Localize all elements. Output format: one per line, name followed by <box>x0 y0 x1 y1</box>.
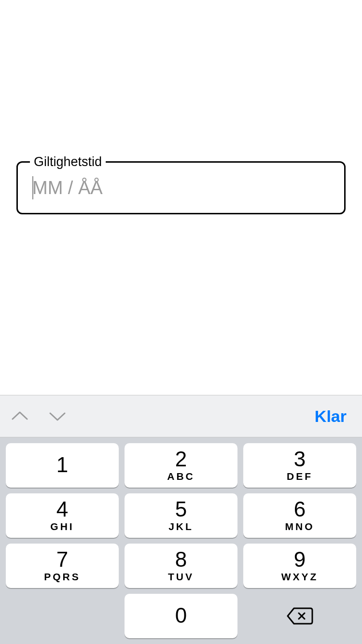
key-2[interactable]: 2 ABC <box>125 443 237 488</box>
done-button[interactable]: Klar <box>315 407 351 426</box>
expiry-input[interactable] <box>32 178 330 198</box>
key-3[interactable]: 3 DEF <box>243 443 356 488</box>
key-4[interactable]: 4 GHI <box>6 493 119 538</box>
key-5[interactable]: 5 JKL <box>125 493 237 538</box>
key-number: 8 <box>175 549 187 570</box>
key-1[interactable]: 1 <box>6 443 119 488</box>
key-letters: WXYZ <box>281 571 319 583</box>
keyboard-accessory-bar: Klar <box>0 395 362 437</box>
key-letters: GHI <box>50 521 74 532</box>
key-letters: ABC <box>167 471 195 482</box>
key-number: 3 <box>294 448 306 470</box>
key-backspace[interactable] <box>243 594 356 638</box>
expiry-field-container: Giltighetstid <box>16 161 346 214</box>
key-blank <box>6 594 119 638</box>
chevron-down-icon[interactable] <box>48 410 67 422</box>
expiry-field-label: Giltighetstid <box>30 154 106 169</box>
nav-arrows-group <box>11 410 67 422</box>
chevron-up-icon[interactable] <box>11 410 29 422</box>
key-9[interactable]: 9 WXYZ <box>243 544 356 588</box>
key-letters: JKL <box>168 521 194 532</box>
key-letters: TUV <box>168 571 194 583</box>
key-letters: PQRS <box>44 571 81 583</box>
key-number: 2 <box>175 448 187 470</box>
form-area: Giltighetstid <box>16 161 346 214</box>
text-cursor <box>32 176 33 199</box>
numeric-keypad: 1 2 ABC 3 DEF 4 GHI 5 JKL 6 MNO 7 PQRS 8 <box>0 437 362 644</box>
key-number: 7 <box>56 549 68 570</box>
keyboard-area: Klar 1 2 ABC 3 DEF 4 GHI 5 JKL 6 MNO 7 P… <box>0 395 362 644</box>
key-7[interactable]: 7 PQRS <box>6 544 119 588</box>
key-number: 1 <box>56 454 68 476</box>
key-0[interactable]: 0 <box>125 594 237 638</box>
key-6[interactable]: 6 MNO <box>243 493 356 538</box>
key-letters: DEF <box>287 471 313 482</box>
key-number: 9 <box>294 549 306 570</box>
key-number: 0 <box>175 605 187 626</box>
backspace-icon <box>286 606 313 626</box>
key-letters: MNO <box>285 521 315 532</box>
key-number: 6 <box>294 499 306 520</box>
key-8[interactable]: 8 TUV <box>125 544 237 588</box>
key-number: 5 <box>175 499 187 520</box>
key-number: 4 <box>56 499 68 520</box>
